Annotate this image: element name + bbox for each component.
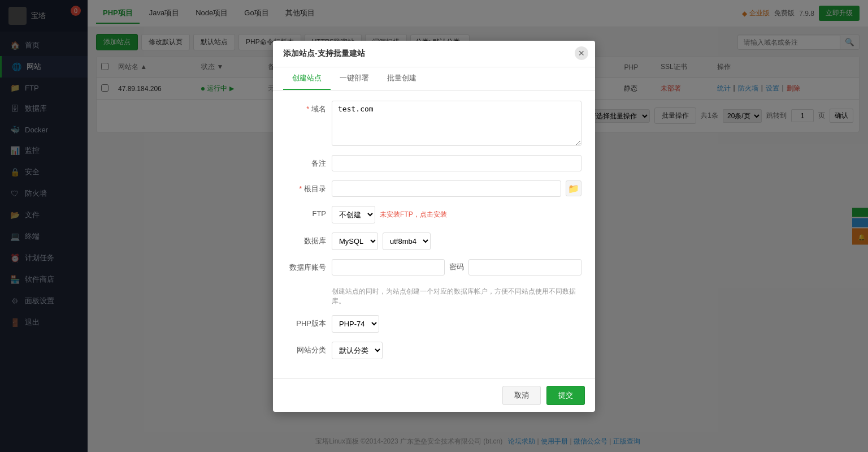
ftp-select[interactable]: 不创建 (332, 206, 375, 223)
root-label: 根目录 (287, 180, 326, 194)
add-site-modal: 添加站点-支持批量建站 ✕ 创建站点 一键部署 批量创建 域名 test.com… (273, 41, 595, 412)
php-version-select[interactable]: PHP-74 (332, 315, 379, 333)
db-password-label: 密码 (449, 262, 464, 272)
remark-row: 备注 test.com (287, 155, 581, 171)
db-row: 数据库 MySQL utf8mb4 (287, 233, 581, 250)
root-wrap: /www/wwwroot/test.com 📁 (332, 180, 581, 197)
folder-browse-button[interactable]: 📁 (566, 180, 581, 196)
db-account-wrap: test_com 密码 X6BXhpDK2HKra4b3 (332, 259, 581, 275)
db-type-select[interactable]: MySQL (332, 233, 378, 250)
db-label: 数据库 (287, 233, 326, 246)
modal-overlay: 添加站点-支持批量建站 ✕ 创建站点 一键部署 批量创建 域名 test.com… (0, 0, 868, 452)
tab-one-click-deploy[interactable]: 一键部署 (331, 67, 378, 90)
modal-footer: 取消 提交 (273, 378, 595, 412)
db-password-input[interactable]: X6BXhpDK2HKra4b3 (468, 259, 581, 275)
php-wrap: PHP-74 (332, 315, 581, 333)
modal-close-button[interactable]: ✕ (575, 46, 588, 60)
modal-tabs: 创建站点 一键部署 批量创建 (273, 67, 595, 91)
db-account-outer-label: 数据库账号 (287, 259, 326, 273)
category-form-label: 网站分类 (287, 342, 326, 355)
ftp-wrap: 不创建 未安装FTP，点击安装 (332, 206, 581, 223)
db-hint-spacer (287, 285, 326, 288)
db-hint-row: 创建站点的同时，为站点创建一个对应的数据库帐户，方便不同站点使用不同数据库。 (287, 285, 581, 306)
root-row: 根目录 /www/wwwroot/test.com 📁 (287, 180, 581, 197)
ftp-row: FTP 不创建 未安装FTP，点击安装 (287, 206, 581, 223)
tab-batch-create[interactable]: 批量创建 (378, 67, 426, 90)
category-wrap: 默认分类 (332, 342, 581, 359)
db-account-input[interactable]: test_com (332, 259, 445, 275)
root-input[interactable]: /www/wwwroot/test.com (332, 180, 561, 197)
tab-create-site[interactable]: 创建站点 (283, 67, 331, 90)
ftp-label: FTP (287, 206, 326, 218)
remark-input[interactable]: test.com (332, 155, 581, 171)
category-row: 网站分类 默认分类 (287, 342, 581, 359)
ftp-install-hint: 未安装FTP，点击安装 (380, 210, 447, 219)
modal-body: 域名 test.com 备注 test.com 根目录 /www/wwwroot… (273, 91, 595, 378)
domain-input[interactable]: test.com (332, 101, 581, 146)
php-label: PHP版本 (287, 315, 326, 329)
domain-row: 域名 test.com (287, 101, 581, 146)
remark-label: 备注 (287, 155, 326, 169)
cancel-button[interactable]: 取消 (502, 386, 541, 405)
modal-title: 添加站点-支持批量建站 (283, 49, 365, 58)
db-charset-select[interactable]: utf8mb4 (383, 233, 431, 250)
php-row: PHP版本 PHP-74 (287, 315, 581, 333)
db-wrap: MySQL utf8mb4 (332, 233, 581, 250)
db-account-row: 数据库账号 test_com 密码 X6BXhpDK2HKra4b3 (287, 259, 581, 275)
category-form-select[interactable]: 默认分类 (332, 342, 383, 359)
domain-label: 域名 (287, 101, 326, 114)
db-hint-text: 创建站点的同时，为站点创建一个对应的数据库帐户，方便不同站点使用不同数据库。 (332, 287, 581, 306)
submit-button[interactable]: 提交 (546, 386, 585, 405)
modal-header: 添加站点-支持批量建站 ✕ (273, 41, 595, 67)
